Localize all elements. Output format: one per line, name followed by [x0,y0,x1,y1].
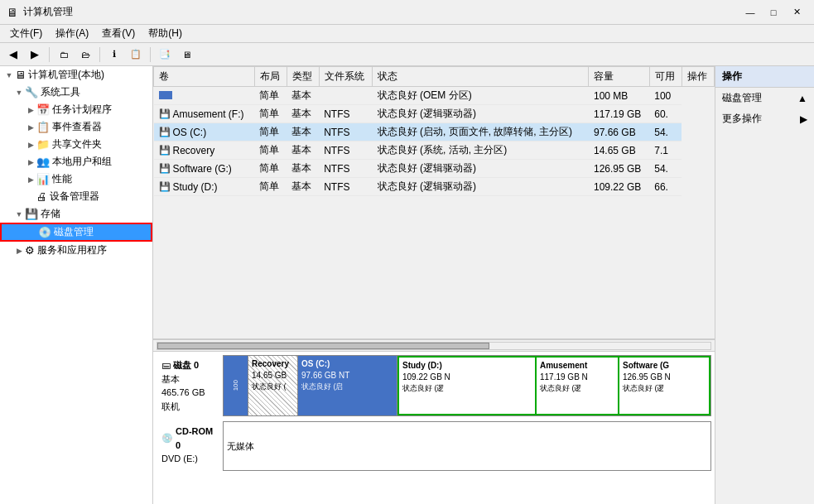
table-row[interactable]: 💾Software (G:)简单基本NTFS状态良好 (逻辑驱动器)126.95… [154,160,715,178]
cdrom-name: CD-ROM 0 [176,425,218,452]
menu-bar: 文件(F) 操作(A) 查看(V) 帮助(H) [0,25,814,43]
window-controls: — □ ✕ [739,4,807,21]
cell-fs [319,87,372,105]
right-panel-more-actions[interactable]: 更多操作 ▶ [715,108,814,129]
col-layout[interactable]: 布局 [254,67,287,87]
local-users-expand[interactable]: ▶ [25,156,36,168]
forward-button[interactable]: ▶ [25,46,45,64]
study-size: 109.22 GB N [402,372,532,383]
volumes-table: 卷 布局 类型 文件系统 状态 容量 可用 操作 简单基本状态良好 (OEM 分… [153,66,715,196]
col-status[interactable]: 状态 [373,67,589,87]
sidebar-root[interactable]: ▼ 🖥 计算机管理(本地) [0,66,152,84]
services-expand[interactable]: ▶ [13,245,25,257]
sidebar-item-local-users[interactable]: ▶ 👥 本地用户和组 [0,153,152,170]
cell-type: 基本 [287,142,319,160]
shared-folders-expand[interactable]: ▶ [25,139,36,151]
performance-expand[interactable]: ▶ [25,174,36,185]
cell-layout: 简单 [254,160,287,178]
sidebar-label-task-scheduler: 任务计划程序 [52,103,112,117]
col-avail[interactable]: 可用 [649,67,682,87]
cell-avail: 60. [649,105,682,123]
sidebar-item-performance[interactable]: ▶ 📊 性能 [0,170,152,188]
sidebar-item-device-manager[interactable]: 🖨 设备管理器 [0,188,152,205]
cell-status: 状态良好 (逻辑驱动器) [373,160,589,178]
task-scheduler-expand[interactable]: ▶ [25,104,36,116]
cell-status: 状态良好 (系统, 活动, 主分区) [373,142,589,160]
content-main: 卷 布局 类型 文件系统 状态 容量 可用 操作 简单基本状态良好 (OEM 分… [153,66,715,504]
partition-os[interactable]: OS (C:) 97.66 GB NT 状态良好 (启 [298,356,397,415]
partition-amusement[interactable]: Amusement 117.19 GB N 状态良好 (逻 [537,356,619,415]
sidebar-item-shared-folders[interactable]: ▶ 📁 共享文件夹 [0,136,152,153]
root-expand[interactable]: ▼ [3,70,15,81]
table-row[interactable]: 简单基本状态良好 (OEM 分区)100 MB100 [154,87,715,105]
right-panel-disk-mgmt[interactable]: 磁盘管理 ▲ [715,88,814,108]
back-button[interactable]: ◀ [3,46,23,64]
maximize-button[interactable]: □ [763,4,784,21]
amusement-name: Amusement [540,360,614,372]
table-row[interactable]: 💾OS (C:)简单基本NTFS状态良好 (启动, 页面文件, 故障转储, 主分… [154,123,715,142]
event-viewer-icon: 📋 [36,121,50,133]
horizontal-scrollbar[interactable] [153,339,715,351]
content-with-right: 卷 布局 类型 文件系统 状态 容量 可用 操作 简单基本状态良好 (OEM 分… [153,66,814,504]
right-panel-disk-mgmt-label: 磁盘管理 [722,91,762,105]
software-status: 状态良好 (逻 [623,383,706,394]
recovery-size: 14.65 GB [252,370,294,382]
performance-icon: 📊 [36,173,50,185]
partition-system[interactable]: 100 [224,356,248,415]
toolbar-btn-2[interactable]: 🗁 [75,46,95,64]
menu-file[interactable]: 文件(F) [3,25,49,42]
toolbar-btn-5[interactable]: 📑 [155,46,175,64]
sidebar-item-services[interactable]: ▶ ⚙ 服务和应用程序 [0,242,152,259]
table-area[interactable]: 卷 布局 类型 文件系统 状态 容量 可用 操作 简单基本状态良好 (OEM 分… [153,66,715,339]
sidebar-item-task-scheduler[interactable]: ▶ 📅 任务计划程序 [0,101,152,118]
study-name: Study (D:) [402,360,532,372]
toolbar: ◀ ▶ 🗀 🗁 ℹ 📋 📑 🖥 [0,43,814,66]
table-row[interactable]: 💾Amusement (F:)简单基本NTFS状态良好 (逻辑驱动器)117.1… [154,105,715,123]
col-type[interactable]: 类型 [287,67,319,87]
toolbar-btn-1[interactable]: 🗀 [54,46,74,64]
os-name: OS (C:) [301,358,393,370]
toolbar-btn-3[interactable]: ℹ [104,46,124,64]
partition-recovery[interactable]: Recovery 14.65 GB 状态良好 ( [248,356,298,415]
recovery-name: Recovery [252,358,294,370]
recovery-status: 状态良好 ( [252,382,294,392]
col-actions[interactable]: 操作 [682,67,714,87]
toolbar-separator-2 [99,47,100,62]
partition-software[interactable]: Software (G 126.95 GB N 状态良好 (逻 [619,356,710,415]
col-size[interactable]: 容量 [589,67,649,87]
toolbar-separator-1 [49,47,50,62]
storage-icon: 💾 [25,208,38,220]
minimize-button[interactable]: — [739,4,761,21]
col-vol[interactable]: 卷 [154,67,255,87]
event-viewer-expand[interactable]: ▶ [25,122,36,133]
sidebar-item-disk-mgmt[interactable]: 💿 磁盘管理 [0,223,152,242]
toolbar-btn-4[interactable]: 📋 [126,46,146,64]
cell-vol: 💾OS (C:) [154,123,255,142]
cell-fs: NTFS [319,160,372,178]
cell-type: 基本 [287,105,319,123]
menu-help[interactable]: 帮助(H) [142,25,189,42]
sidebar-item-storage[interactable]: ▼ 💾 存储 [0,205,152,223]
disk-view: 🖴 磁盘 0 基本 465.76 GB 联机 100 [153,351,715,504]
toolbar-separator-3 [150,47,151,62]
menu-view[interactable]: 查看(V) [95,25,142,42]
disk-0-size: 465.76 GB [161,386,218,400]
cell-avail: 54. [649,160,682,178]
sidebar-item-system-tools[interactable]: ▼ 🔧 系统工具 [0,84,152,101]
table-row[interactable]: 💾Recovery简单基本NTFS状态良好 (系统, 活动, 主分区)14.65… [154,142,715,160]
system-tools-expand[interactable]: ▼ [13,87,25,98]
cell-status: 状态良好 (OEM 分区) [373,87,589,105]
storage-expand[interactable]: ▼ [13,209,25,220]
partition-study[interactable]: Study (D:) 109.22 GB N 状态良好 (逻 [397,356,537,415]
sidebar-item-event-viewer[interactable]: ▶ 📋 事件查看器 [0,118,152,136]
table-row[interactable]: 💾Study (D:)简单基本NTFS状态良好 (逻辑驱动器)109.22 GB… [154,178,715,196]
toolbar-btn-6[interactable]: 🖥 [176,46,196,64]
close-button[interactable]: ✕ [786,4,807,21]
cell-size: 100 MB [589,87,649,105]
cdrom-partition[interactable]: 无媒体 [223,421,711,471]
cdrom-content: 无媒体 [227,440,254,453]
menu-action[interactable]: 操作(A) [49,25,95,42]
partition-system-size: 100 [231,380,240,391]
right-panel-header: 操作 [715,66,814,88]
col-fs[interactable]: 文件系统 [319,67,372,87]
